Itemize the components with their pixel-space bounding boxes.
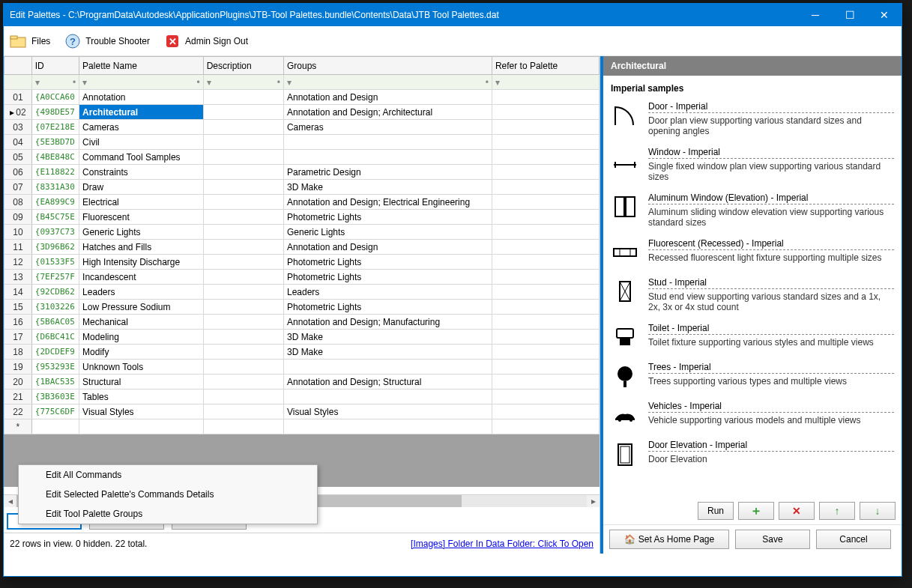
table-row[interactable]: 06{E118822ConstraintsParametric Design xyxy=(4,165,600,180)
sample-desc: Single fixed window plan view supporting… xyxy=(648,161,894,182)
cm-edit-all[interactable]: Edit All Commands xyxy=(19,465,317,485)
svg-rect-11 xyxy=(614,249,636,256)
close-button[interactable]: ✕ xyxy=(867,4,902,26)
panel-header: Architectural xyxy=(603,56,902,76)
toolbar: Files ? Trouble Shooter ✕ Admin Sign Out xyxy=(4,26,902,56)
set-home-button[interactable]: 🏠Set As Home Page xyxy=(609,530,729,549)
col-groups[interactable]: Groups xyxy=(283,57,492,75)
palette-grid[interactable]: ID Palette Name Description Groups Refer… xyxy=(4,56,600,434)
table-row[interactable]: 04{5E3BD7DCivil xyxy=(4,135,600,150)
sample-item[interactable]: Trees - Imperial Trees supporting variou… xyxy=(611,362,894,390)
sample-item[interactable]: Door Elevation - Imperial Door Elevation xyxy=(611,440,894,468)
titlebar[interactable]: Edit Palettes - C:\ProgramData\Autodesk\… xyxy=(4,4,902,26)
status-text: 22 rows in view. 0 hidden. 22 total. xyxy=(10,539,147,549)
table-row[interactable]: 21{3B3603ETables xyxy=(4,390,600,404)
sample-name: Window - Imperial xyxy=(648,147,894,159)
table-row[interactable]: 22{775C6DFVisual StylesVisual Styles xyxy=(4,404,600,419)
table-row[interactable]: 17{D6BC41CModeling3D Make xyxy=(4,330,600,345)
minimize-button[interactable]: ─ xyxy=(798,4,833,26)
help-icon: ? xyxy=(64,32,82,50)
scroll-right-icon[interactable]: ▸ xyxy=(587,495,600,508)
filter-row[interactable]: ▾• ▾• ▾• ▾• ▾ xyxy=(4,75,600,90)
svg-text:✕: ✕ xyxy=(168,36,176,47)
sample-item[interactable]: Aluminum Window (Elevation) - Imperial A… xyxy=(611,193,894,228)
sample-item[interactable]: Door - Imperial Door plan view supportin… xyxy=(611,101,894,136)
sample-name: Toilet - Imperial xyxy=(648,323,894,335)
svg-point-19 xyxy=(617,366,632,381)
sample-desc: Recessed fluorescent light fixture suppo… xyxy=(648,252,894,263)
table-row[interactable]: 15{3103226Low Pressure SodiumPhotometric… xyxy=(4,300,600,315)
trouble-shooter-button[interactable]: ? Trouble Shooter xyxy=(64,32,150,50)
window-title: Edit Palettes - C:\ProgramData\Autodesk\… xyxy=(10,10,798,20)
cm-edit-groups[interactable]: Edit Tool Palette Groups xyxy=(19,504,317,524)
col-refer[interactable]: Refer to Palette xyxy=(492,57,599,75)
table-row[interactable]: 08{EA899C9ElectricalAnnotation and Desig… xyxy=(4,195,600,210)
cancel-button[interactable]: Cancel xyxy=(816,530,891,549)
col-desc[interactable]: Description xyxy=(203,57,283,75)
svg-rect-17 xyxy=(617,329,633,338)
col-id[interactable]: ID xyxy=(31,57,79,75)
table-row[interactable]: 18{2DCDEF9Modify3D Make xyxy=(4,345,600,360)
table-row[interactable]: 09{B45C75EFluorescentPhotometric Lights xyxy=(4,210,600,225)
images-folder-link[interactable]: [Images] Folder In Data Folder: Click To… xyxy=(411,539,594,549)
table-row[interactable]: 19{953293EUnknown Tools xyxy=(4,360,600,375)
scroll-left-icon[interactable]: ◂ xyxy=(4,495,16,508)
signout-icon: ✕ xyxy=(163,32,181,50)
sample-icon xyxy=(611,277,639,306)
table-row[interactable]: 02{498DE57ArchitecturalAnnotation and De… xyxy=(4,105,600,120)
svg-rect-1 xyxy=(10,36,17,39)
arrow-down-icon: ↓ xyxy=(875,505,881,517)
table-row[interactable]: 12{01533F5High Intensity DischargePhotom… xyxy=(4,255,600,270)
table-row[interactable]: 11{3D96B62Hatches and FillsAnnotation an… xyxy=(4,240,600,255)
files-button[interactable]: Files xyxy=(10,32,50,50)
sample-item[interactable]: Stud - Imperial Stud end view supporting… xyxy=(611,277,894,312)
remove-item-button[interactable]: ✕ xyxy=(779,502,815,520)
save-button[interactable]: Save xyxy=(735,530,810,549)
table-row[interactable]: 20{1BAC535StructuralAnnotation and Desig… xyxy=(4,375,600,390)
filter-icon[interactable]: ▾ xyxy=(82,77,87,88)
table-row[interactable]: 10{0937C73Generic LightsGeneric Lights xyxy=(4,225,600,240)
filter-icon[interactable]: ▾ xyxy=(495,77,500,88)
sample-name: Vehicles - Imperial xyxy=(648,401,894,413)
table-row[interactable]: 07{8331A30Draw3D Make xyxy=(4,180,600,195)
sample-icon xyxy=(611,238,639,267)
table-row[interactable]: 13{7EF257FIncandescentPhotometric Lights xyxy=(4,270,600,285)
sample-item[interactable]: Toilet - Imperial Toilet fixture support… xyxy=(611,323,894,351)
run-button[interactable]: Run xyxy=(698,502,734,520)
sample-icon xyxy=(611,147,639,175)
sample-item[interactable]: Vehicles - Imperial Vehicle supporting v… xyxy=(611,401,894,429)
move-up-button[interactable]: ↑ xyxy=(819,502,855,520)
new-row[interactable]: * xyxy=(4,419,600,434)
filter-icon[interactable]: ▾ xyxy=(35,77,40,88)
svg-point-21 xyxy=(618,419,621,422)
table-row[interactable]: 16{5B6AC05MechanicalAnnotation and Desig… xyxy=(4,315,600,330)
move-down-button[interactable]: ↓ xyxy=(860,502,896,520)
filter-icon[interactable]: ▾ xyxy=(287,77,292,88)
sample-item[interactable]: Fluorescent (Recessed) - Imperial Recess… xyxy=(611,238,894,267)
sample-item[interactable]: Window - Imperial Single fixed window pl… xyxy=(611,147,894,182)
table-row[interactable]: 01{A0CCA60AnnotationAnnotation and Desig… xyxy=(4,90,600,105)
svg-point-22 xyxy=(629,419,632,422)
sample-icon xyxy=(611,401,639,429)
folder-icon xyxy=(10,32,28,50)
maximize-button[interactable]: ☐ xyxy=(833,4,867,26)
filter-icon[interactable]: ▾ xyxy=(207,77,211,88)
sample-name: Trees - Imperial xyxy=(648,362,894,374)
add-item-button[interactable]: ＋ xyxy=(738,502,774,520)
arrow-up-icon: ↑ xyxy=(835,505,840,517)
sample-desc: Door plan view supporting various standa… xyxy=(648,115,894,136)
table-row[interactable]: 03{07E218ECamerasCameras xyxy=(4,120,600,135)
svg-rect-18 xyxy=(620,338,630,345)
table-row[interactable]: 05{4BE848CCommand Tool Samples xyxy=(4,150,600,165)
sample-name: Door - Imperial xyxy=(648,101,894,113)
svg-rect-24 xyxy=(620,446,629,463)
sample-icon xyxy=(611,440,639,468)
sample-name: Stud - Imperial xyxy=(648,277,894,289)
col-rownum[interactable] xyxy=(4,57,32,75)
cm-edit-selected[interactable]: Edit Selected Palette's Commands Details xyxy=(19,485,317,504)
sample-name: Aluminum Window (Elevation) - Imperial xyxy=(648,193,894,204)
col-name[interactable]: Palette Name xyxy=(79,57,204,75)
table-row[interactable]: 14{92CDB62LeadersLeaders xyxy=(4,285,600,300)
admin-signout-button[interactable]: ✕ Admin Sign Out xyxy=(163,32,248,50)
sample-icon xyxy=(611,362,639,390)
